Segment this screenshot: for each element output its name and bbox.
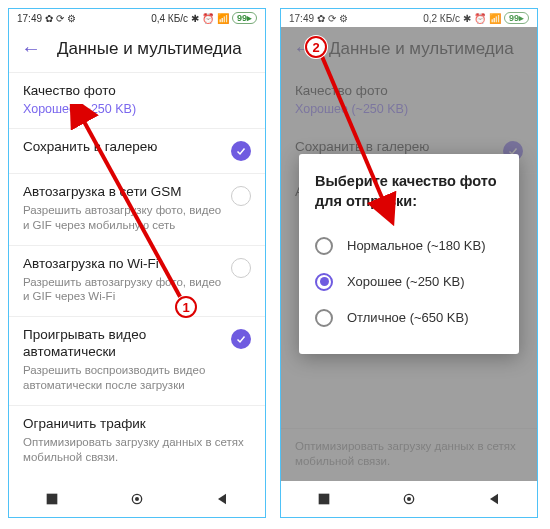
annotation-badge: 2 — [305, 36, 327, 58]
signal-icon: 📶 — [217, 13, 229, 24]
app-header: ← Данные и мультимедиа — [9, 27, 265, 72]
alarm-icon: ⏰ — [474, 13, 486, 24]
status-icon: ✿ ⟳ ⚙ — [45, 13, 76, 24]
setting-subtitle: Разрешить воспроизводить видео автоматич… — [23, 363, 223, 393]
android-navbar — [281, 481, 537, 517]
checkbox-off-icon[interactable] — [231, 258, 251, 278]
setting-value: Хорошее (~250 KB) — [23, 102, 251, 116]
nav-back-icon[interactable] — [486, 491, 502, 507]
radio-on-icon[interactable] — [315, 273, 333, 291]
setting-subtitle: Оптимизировать загрузку данных в сетях м… — [23, 435, 251, 465]
setting-save-gallery[interactable]: Сохранить в галерею — [9, 128, 265, 173]
setting-autoplay-video[interactable]: Проигрывать видео автоматически Разрешит… — [9, 316, 265, 405]
status-time: 17:49 — [17, 13, 42, 24]
checkbox-off-icon[interactable] — [231, 186, 251, 206]
status-speed: 0,4 КБ/с — [151, 13, 188, 24]
svg-marker-3 — [218, 494, 226, 505]
android-navbar — [9, 481, 265, 517]
radio-off-icon[interactable] — [315, 237, 333, 255]
nav-recent-icon[interactable] — [316, 491, 332, 507]
nav-home-icon[interactable] — [401, 491, 417, 507]
bluetooth-icon: ✱ — [191, 13, 199, 24]
checkbox-on-icon[interactable] — [231, 141, 251, 161]
status-bar: 17:49 ✿ ⟳ ⚙ 0,2 КБ/с ✱ ⏰ 📶 99▸ — [281, 9, 537, 27]
radio-off-icon[interactable] — [315, 309, 333, 327]
setting-wifi-autoload[interactable]: Автозагрузка по Wi-Fi Разрешить автозагр… — [9, 245, 265, 317]
svg-point-2 — [135, 497, 139, 501]
setting-title: Качество фото — [23, 83, 251, 100]
setting-gsm-autoload[interactable]: Автозагрузка в сети GSM Разрешить автоза… — [9, 173, 265, 245]
bluetooth-icon: ✱ — [463, 13, 471, 24]
checkbox-on-icon[interactable] — [231, 329, 251, 349]
photo-quality-dialog: Выберите качество фото для отправки: Нор… — [299, 154, 519, 353]
battery-icon: 99▸ — [232, 12, 257, 24]
back-arrow-icon[interactable]: ← — [21, 37, 41, 60]
signal-icon: 📶 — [489, 13, 501, 24]
nav-recent-icon[interactable] — [44, 491, 60, 507]
setting-photo-quality[interactable]: Качество фото Хорошее (~250 KB) — [9, 72, 265, 128]
setting-title: Автозагрузка в сети GSM — [23, 184, 223, 201]
status-speed: 0,2 КБ/с — [423, 13, 460, 24]
modal-overlay[interactable]: Выберите качество фото для отправки: Нор… — [281, 27, 537, 481]
phone-screen-2: 17:49 ✿ ⟳ ⚙ 0,2 КБ/с ✱ ⏰ 📶 99▸ ← Данные … — [280, 8, 538, 518]
option-normal[interactable]: Нормальное (~180 KB) — [315, 228, 503, 264]
phone-screen-1: 17:49 ✿ ⟳ ⚙ 0,4 КБ/с ✱ ⏰ 📶 99▸ ← Данные … — [8, 8, 266, 518]
nav-home-icon[interactable] — [129, 491, 145, 507]
setting-title: Сохранить в галерею — [23, 139, 223, 156]
setting-title: Проигрывать видео автоматически — [23, 327, 223, 361]
dialog-title: Выберите качество фото для отправки: — [315, 172, 503, 211]
svg-marker-9 — [490, 494, 498, 505]
page-title: Данные и мультимедиа — [57, 39, 242, 59]
status-icon: ✿ ⟳ ⚙ — [317, 13, 348, 24]
annotation-badge: 1 — [175, 296, 197, 318]
alarm-icon: ⏰ — [202, 13, 214, 24]
status-time: 17:49 — [289, 13, 314, 24]
nav-back-icon[interactable] — [214, 491, 230, 507]
battery-icon: 99▸ — [504, 12, 529, 24]
option-good[interactable]: Хорошее (~250 KB) — [315, 264, 503, 300]
svg-rect-6 — [318, 494, 329, 505]
svg-rect-0 — [46, 494, 57, 505]
setting-title: Ограничить трафик — [23, 416, 251, 433]
option-excellent[interactable]: Отличное (~650 KB) — [315, 300, 503, 336]
svg-point-8 — [407, 497, 411, 501]
status-bar: 17:49 ✿ ⟳ ⚙ 0,4 КБ/с ✱ ⏰ 📶 99▸ — [9, 9, 265, 27]
setting-limit-traffic[interactable]: Ограничить трафик Оптимизировать загрузк… — [9, 405, 265, 477]
setting-title: Автозагрузка по Wi-Fi — [23, 256, 223, 273]
setting-subtitle: Разрешить автозагрузку фото, видео и GIF… — [23, 203, 223, 233]
